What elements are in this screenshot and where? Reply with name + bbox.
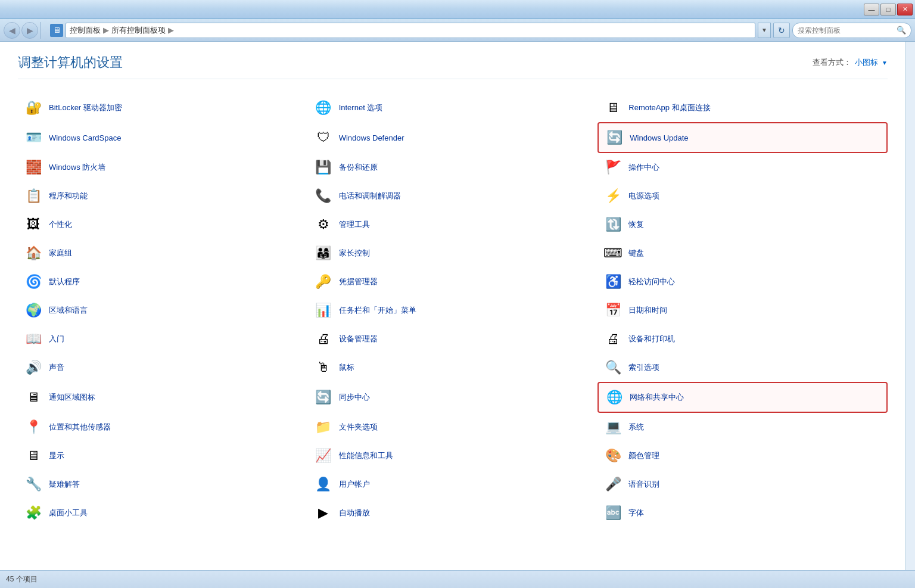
grid-item-programs[interactable]: 📋程序和功能: [18, 182, 308, 210]
grid-item-cardspace[interactable]: 🪪Windows CardSpace: [18, 122, 308, 153]
search-box[interactable]: 🔍: [792, 23, 911, 38]
mouse-label: 鼠标: [339, 362, 354, 373]
grid-item-admin-tools[interactable]: ⚙管理工具: [308, 210, 598, 239]
sync-icon: 🔄: [314, 388, 333, 407]
system-icon: 💻: [603, 418, 623, 437]
grid-item-bitlocker[interactable]: 🔐BitLocker 驱动器加密: [18, 94, 308, 122]
taskbar-label: 任务栏和「开始」菜单: [339, 305, 416, 316]
back-button[interactable]: ◀: [4, 22, 20, 39]
grid-item-parental[interactable]: 👨‍👩‍👧家长控制: [308, 239, 598, 267]
grid-item-internet-options[interactable]: 🌐Internet 选项: [308, 94, 598, 122]
recovery-icon: 🔃: [603, 215, 623, 234]
grid-item-speech[interactable]: 🎤语音识别: [597, 470, 888, 499]
view-dropdown-icon[interactable]: ▼: [882, 60, 888, 66]
grid-item-mouse[interactable]: 🖱鼠标: [308, 353, 598, 382]
devices-printers-icon: 🖨: [603, 329, 623, 349]
view-value-button[interactable]: 小图标: [855, 57, 878, 68]
folder-options-icon: 📁: [314, 418, 333, 437]
minimize-button[interactable]: —: [864, 4, 879, 15]
grid-item-devices-printers[interactable]: 🖨设备和打印机: [597, 325, 888, 353]
grid-item-sound[interactable]: 🔊声音: [18, 353, 308, 382]
grid-item-user-accounts[interactable]: 👤用户帐户: [308, 470, 598, 499]
grid-item-phone-modem[interactable]: 📞电话和调制解调器: [308, 182, 598, 210]
breadcrumb-part1: 控制面板: [70, 25, 101, 36]
address-dropdown[interactable]: ▼: [758, 23, 771, 38]
grid-item-device-mgr[interactable]: 🖨设备管理器: [308, 325, 598, 353]
bitlocker-icon: 🔐: [24, 98, 43, 117]
taskbar-icon: 📊: [314, 301, 333, 320]
personalize-icon: 🖼: [24, 215, 43, 234]
grid-item-windows-update[interactable]: 🔄Windows Update: [597, 122, 888, 153]
grid-item-fonts[interactable]: 🔤字体: [597, 499, 888, 527]
scrollbar[interactable]: [905, 42, 915, 570]
network-sharing-label: 网络和共享中心: [630, 392, 684, 403]
grid-item-network-sharing[interactable]: 🌐网络和共享中心: [597, 382, 888, 413]
grid-item-action-center[interactable]: 🚩操作中心: [597, 153, 888, 182]
search-input[interactable]: [798, 26, 894, 35]
color-mgmt-label: 颜色管理: [628, 450, 659, 461]
grid-item-credential[interactable]: 🔑凭据管理器: [308, 267, 598, 296]
grid-item-system[interactable]: 💻系统: [597, 413, 888, 441]
user-accounts-label: 用户帐户: [339, 479, 370, 490]
parental-label: 家长控制: [339, 248, 370, 259]
grid-item-display[interactable]: 🖥显示: [18, 441, 308, 470]
grid-item-indexing[interactable]: 🔍索引选项: [597, 353, 888, 382]
grid-item-intro[interactable]: 📖入门: [18, 325, 308, 353]
grid-item-ease-access[interactable]: ♿轻松访问中心: [597, 267, 888, 296]
address-icon: 🖥: [50, 24, 63, 37]
action-center-label: 操作中心: [628, 162, 659, 173]
fonts-icon: 🔤: [603, 503, 623, 522]
grid-item-personalize[interactable]: 🖼个性化: [18, 210, 308, 239]
firewall-label: Windows 防火墙: [49, 162, 105, 173]
network-sharing-icon: 🌐: [605, 388, 624, 407]
folder-options-label: 文件夹选项: [339, 422, 378, 433]
credential-icon: 🔑: [314, 272, 333, 291]
indexing-label: 索引选项: [628, 362, 659, 373]
window-controls: — □ ✕: [864, 4, 913, 15]
grid-item-notify[interactable]: 🖥通知区域图标: [18, 382, 308, 413]
grid-item-taskbar[interactable]: 📊任务栏和「开始」菜单: [308, 296, 598, 325]
grid-item-firewall[interactable]: 🧱Windows 防火墙: [18, 153, 308, 182]
grid-item-color-mgmt[interactable]: 🎨颜色管理: [597, 441, 888, 470]
grid-item-recovery[interactable]: 🔃恢复: [597, 210, 888, 239]
fonts-label: 字体: [628, 508, 644, 518]
forward-button[interactable]: ▶: [21, 22, 38, 39]
grid-item-folder-options[interactable]: 📁文件夹选项: [308, 413, 598, 441]
user-accounts-icon: 👤: [314, 475, 333, 494]
grid-item-keyboard[interactable]: ⌨键盘: [597, 239, 888, 267]
grid-item-defender[interactable]: 🛡Windows Defender: [308, 122, 598, 153]
sync-label: 同步中心: [339, 392, 370, 403]
grid-item-backup[interactable]: 💾备份和还原: [308, 153, 598, 182]
close-button[interactable]: ✕: [897, 4, 913, 15]
grid-item-remoteapp[interactable]: 🖥RemoteApp 和桌面连接: [597, 94, 888, 122]
default-programs-icon: 🌀: [24, 272, 43, 291]
refresh-button[interactable]: ↻: [773, 23, 790, 38]
region-label: 区域和语言: [49, 305, 88, 316]
grid-item-location[interactable]: 📍位置和其他传感器: [18, 413, 308, 441]
power-label: 电源选项: [628, 191, 659, 201]
view-label: 查看方式：: [813, 57, 851, 68]
windows-update-icon: 🔄: [605, 128, 624, 147]
grid-item-power[interactable]: ⚡电源选项: [597, 182, 888, 210]
grid-item-gadgets[interactable]: 🧩桌面小工具: [18, 499, 308, 527]
view-option: 查看方式： 小图标 ▼: [813, 57, 888, 68]
grid-item-region[interactable]: 🌍区域和语言: [18, 296, 308, 325]
search-icon[interactable]: 🔍: [897, 26, 906, 35]
gadgets-icon: 🧩: [24, 503, 43, 522]
title-bar: — □ ✕: [0, 0, 915, 19]
grid-item-homegroup[interactable]: 🏠家庭组: [18, 239, 308, 267]
maximize-button[interactable]: □: [880, 4, 896, 15]
grid-item-autoplay[interactable]: ▶自动播放: [308, 499, 598, 527]
grid-item-performance[interactable]: 📈性能信息和工具: [308, 441, 598, 470]
power-icon: ⚡: [603, 186, 623, 206]
default-programs-label: 默认程序: [49, 276, 80, 287]
address-path[interactable]: 控制面板 ▶ 所有控制面板项 ▶: [66, 23, 755, 38]
grid-item-datetime[interactable]: 📅日期和时间: [597, 296, 888, 325]
grid-item-troubleshoot[interactable]: 🔧疑难解答: [18, 470, 308, 499]
grid-item-default-programs[interactable]: 🌀默认程序: [18, 267, 308, 296]
region-icon: 🌍: [24, 301, 43, 320]
bitlocker-label: BitLocker 驱动器加密: [49, 102, 122, 113]
grid-item-sync[interactable]: 🔄同步中心: [308, 382, 598, 413]
speech-label: 语音识别: [628, 479, 659, 490]
internet-options-label: Internet 选项: [339, 102, 383, 113]
